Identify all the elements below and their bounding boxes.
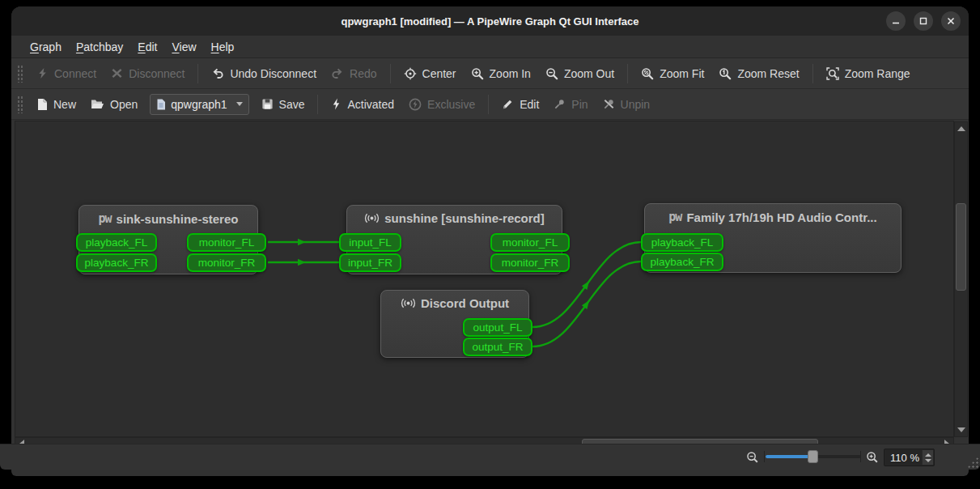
activated-icon: [331, 98, 342, 110]
scroll-up-icon: [957, 126, 965, 131]
menubar: Graph Patchbay Edit View Help: [11, 36, 969, 58]
connect-button[interactable]: Connect: [29, 62, 104, 86]
zoom-in-icon: [471, 67, 484, 80]
zoom-reset-icon: [719, 67, 732, 80]
zoom-slider-fill: [766, 455, 809, 458]
menu-edit[interactable]: Edit: [130, 38, 164, 56]
redo-button[interactable]: Redo: [324, 62, 384, 86]
scroll-up-button[interactable]: [957, 125, 965, 133]
pipewire-icon: pw: [99, 211, 112, 226]
port-sink-monitor-fl[interactable]: monitor_FL: [187, 233, 266, 252]
patchbay-file-combobox[interactable]: qpwgraph1: [150, 94, 248, 115]
connect-icon: [36, 67, 49, 79]
pin-button[interactable]: Pin: [546, 92, 595, 117]
toolbar-drag-handle[interactable]: [17, 96, 23, 113]
node-title: pw Family 17h/19h HD Audio Contr...: [645, 210, 901, 224]
menu-graph[interactable]: Graph: [23, 38, 69, 56]
maximize-button[interactable]: [914, 11, 933, 31]
zoom-range-icon: [826, 67, 839, 80]
save-button[interactable]: Save: [254, 92, 312, 117]
toolbar-patchbay: New Open qpwgraph1 Save Activated Exclus…: [11, 89, 969, 120]
zoom-fit-icon: [641, 67, 654, 80]
center-icon: [404, 67, 417, 80]
vertical-scrollbar-thumb[interactable]: [956, 203, 966, 291]
unpin-button[interactable]: Unpin: [596, 92, 658, 117]
edit-button[interactable]: Edit: [494, 92, 546, 117]
port-discord-output-fl[interactable]: output_FL: [463, 318, 532, 337]
menu-help[interactable]: Help: [204, 38, 242, 56]
port-discord-output-fr[interactable]: output_FR: [463, 338, 532, 356]
port-sink-monitor-fr[interactable]: monitor_FR: [187, 253, 266, 272]
open-button[interactable]: Open: [83, 92, 145, 117]
unpin-icon: [603, 98, 615, 110]
zoom-out-icon: [746, 451, 759, 464]
disconnect-icon: [111, 67, 123, 79]
disconnect-button[interactable]: Disconnect: [104, 62, 192, 86]
toolbar-separator: [627, 64, 628, 83]
port-sunshine-input-fl[interactable]: input_FL: [339, 233, 401, 252]
patchbay-file-name: qpwgraph1: [171, 98, 227, 111]
port-sunshine-input-fr[interactable]: input_FR: [339, 253, 401, 272]
toolbar-separator: [390, 64, 391, 83]
exclusive-icon: [409, 98, 422, 111]
zoom-percent-spinbox[interactable]: 110 %: [884, 449, 935, 466]
graph-canvas[interactable]: [15, 121, 954, 437]
spin-up-icon: [925, 453, 931, 457]
new-button[interactable]: New: [29, 92, 83, 117]
media-broadcast-icon: [401, 297, 416, 309]
node-title: sunshine [sunshine-record]: [347, 211, 562, 225]
undo-button[interactable]: Undo Disconnect: [204, 62, 324, 86]
port-family-playback-fl[interactable]: playback_FL: [641, 233, 723, 252]
minimize-icon: [891, 16, 901, 26]
port-sink-playback-fl[interactable]: playback_FL: [76, 233, 157, 252]
new-file-icon: [36, 98, 48, 111]
activated-button[interactable]: Activated: [324, 92, 401, 117]
statusbar-zoom-in-button[interactable]: [863, 449, 882, 466]
combobox-dropdown-icon: [236, 102, 243, 106]
spinbox-arrows[interactable]: [922, 450, 933, 465]
toolbar-separator: [317, 95, 318, 114]
edit-pencil-icon: [502, 98, 514, 110]
open-folder-icon: [91, 98, 104, 110]
toolbar-drag-handle[interactable]: [17, 65, 23, 83]
redo-icon: [331, 67, 344, 79]
toolbar-graph: Connect Disconnect Undo Disconnect Redo …: [11, 58, 969, 89]
node-title: Discord Output: [381, 296, 528, 310]
window-resize-grip[interactable]: [967, 457, 978, 468]
scroll-down-icon: [957, 427, 965, 432]
close-button[interactable]: [941, 11, 961, 31]
statusbar: 110 %: [0, 444, 980, 470]
toolbar-separator: [197, 64, 198, 83]
zoom-fit-button[interactable]: Zoom Fit: [634, 62, 711, 86]
pipewire-icon: pw: [668, 210, 681, 224]
scroll-down-button[interactable]: [957, 426, 965, 434]
port-family-playback-fr[interactable]: playback_FR: [641, 253, 723, 271]
node-title: pw sink-sunshine-stereo: [79, 211, 257, 226]
zoom-percent-value: 110 %: [890, 452, 919, 464]
close-icon: [946, 16, 956, 26]
save-icon: [261, 98, 274, 110]
screen: qpwgraph1 [modified] — A PipeWire Graph …: [0, 0, 980, 489]
vertical-scrollbar[interactable]: [954, 121, 968, 437]
minimize-button[interactable]: [886, 11, 906, 31]
zoom-in-button[interactable]: Zoom In: [464, 62, 538, 86]
exclusive-button[interactable]: Exclusive: [401, 92, 482, 117]
zoom-range-button[interactable]: Zoom Range: [819, 62, 918, 86]
port-sunshine-monitor-fr[interactable]: monitor_FR: [490, 253, 570, 272]
zoom-reset-button[interactable]: Zoom Reset: [711, 62, 806, 86]
titlebar[interactable]: qpwgraph1 [modified] — A PipeWire Graph …: [11, 6, 969, 36]
patchbay-file-icon: [156, 99, 166, 110]
zoom-out-icon: [545, 67, 558, 80]
slider-tick: [764, 451, 765, 462]
zoom-slider-handle[interactable]: [808, 450, 818, 463]
center-button[interactable]: Center: [397, 62, 464, 86]
menu-patchbay[interactable]: Patchbay: [69, 38, 130, 56]
toolbar-separator: [812, 64, 813, 83]
port-sink-playback-fr[interactable]: playback_FR: [76, 253, 157, 272]
maximize-icon: [918, 16, 928, 26]
menu-view[interactable]: View: [164, 38, 203, 56]
zoom-out-button[interactable]: Zoom Out: [538, 62, 622, 86]
port-sunshine-monitor-fl[interactable]: monitor_FL: [490, 233, 570, 252]
statusbar-zoom-out-button[interactable]: [743, 449, 762, 466]
media-broadcast-icon: [364, 212, 380, 224]
